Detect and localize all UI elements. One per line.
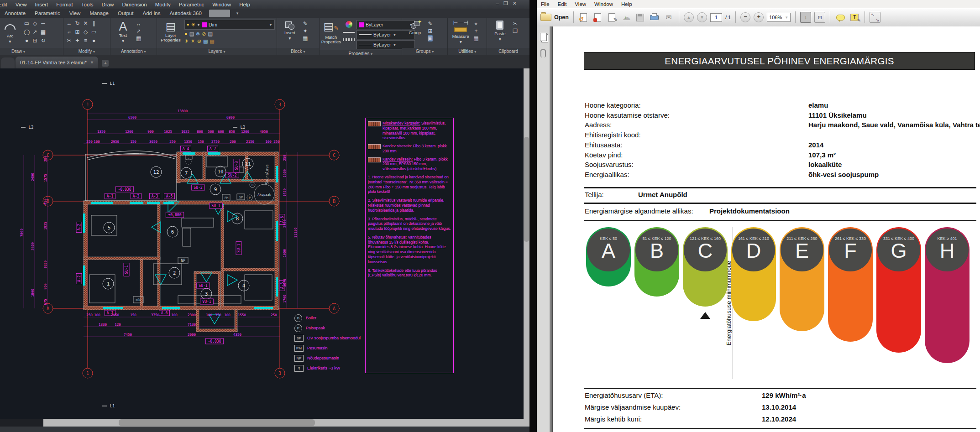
sign-button[interactable]: ✎ bbox=[607, 12, 618, 23]
menu-item-tools[interactable]: Tools bbox=[77, 1, 98, 8]
scale-icon[interactable]: ▭ bbox=[90, 28, 98, 36]
table-icon[interactable]: ▦ bbox=[136, 35, 141, 42]
cloud-upload-button[interactable]: ☁↑ bbox=[621, 12, 632, 23]
array-icon[interactable]: ⊞ bbox=[73, 28, 81, 36]
restore-icon[interactable]: ❐ bbox=[503, 0, 508, 6]
ribbon-tab-manage[interactable]: Manage bbox=[85, 10, 113, 17]
drawing-canvas[interactable]: 1133CCBBAA127101195681234A-4A-7A-1A-3A-3… bbox=[0, 68, 529, 427]
calculator-icon[interactable]: ▦ bbox=[473, 35, 478, 42]
ribbon-tab-add-ins[interactable]: Add-ins bbox=[138, 10, 165, 17]
menu-item-help[interactable]: Help bbox=[235, 1, 254, 8]
export-pdf-button[interactable]: ↺ bbox=[578, 12, 589, 23]
page-thumbnails-icon[interactable] bbox=[540, 33, 547, 41]
layer-freeze-icon[interactable]: ❄ bbox=[196, 31, 200, 37]
layer-state-icon[interactable]: ▤ bbox=[210, 38, 214, 44]
explode-icon[interactable]: ✦ bbox=[73, 37, 81, 45]
save-button[interactable] bbox=[635, 12, 646, 23]
panel-label-groups[interactable]: Groups ▾ bbox=[402, 48, 448, 55]
highlight-button[interactable]: T✎ bbox=[849, 12, 860, 23]
create-pdf-button[interactable] bbox=[592, 12, 603, 23]
menu-item-modify[interactable]: Modify bbox=[151, 1, 175, 8]
ellipse-icon[interactable]: ◯ bbox=[23, 28, 31, 36]
fullscreen-button[interactable]: ↖↘ bbox=[870, 12, 880, 23]
ribbon-tab-annotate[interactable]: Annotate bbox=[0, 10, 30, 17]
pdf-menu-help[interactable]: Help bbox=[617, 1, 636, 7]
previous-page-button[interactable]: ▲ bbox=[684, 12, 694, 22]
leader-icon[interactable]: ↗ bbox=[136, 28, 141, 34]
linetype-icon[interactable] bbox=[343, 38, 355, 41]
color-wheel-icon[interactable] bbox=[346, 21, 352, 28]
menu-item-parametric[interactable]: Parametric bbox=[175, 1, 209, 8]
rotate-icon[interactable]: ↻ bbox=[73, 20, 81, 27]
layer-on-icon[interactable]: ☀ bbox=[184, 38, 189, 44]
ribbon-tab-autodesk-360[interactable]: Autodesk 360 bbox=[165, 10, 206, 17]
ribbon-display-icon[interactable] bbox=[209, 10, 230, 17]
group-edit-icon[interactable]: ⊞ bbox=[428, 28, 433, 34]
layer-select[interactable]: ● ☀ ● Dim ▼ bbox=[184, 20, 275, 30]
menu-item-draw[interactable]: Draw bbox=[98, 1, 118, 8]
panel-label-annotation[interactable]: Annotation ▾ bbox=[110, 48, 157, 55]
group-button[interactable]: ✦ Group bbox=[404, 20, 426, 35]
stretch-icon[interactable]: ≡ bbox=[82, 37, 89, 45]
layer-off-icon[interactable]: ● bbox=[184, 31, 188, 37]
group-select-icon[interactable]: ▣ bbox=[428, 35, 433, 42]
line-icon[interactable]: ─ bbox=[39, 20, 47, 27]
helix-icon[interactable]: ↻ bbox=[39, 37, 47, 45]
ungroup-icon[interactable]: ✎ bbox=[428, 21, 433, 27]
menu-item-format[interactable]: Format bbox=[52, 1, 77, 8]
panel-label-block[interactable]: Block ▾ bbox=[277, 48, 319, 55]
print-button[interactable] bbox=[649, 12, 660, 23]
offset-icon[interactable]: ◇ bbox=[82, 28, 89, 36]
copy-icon[interactable]: ❐ bbox=[513, 28, 518, 34]
block-create-icon[interactable]: ✦ bbox=[303, 28, 308, 34]
panel-label-properties[interactable]: Properties ▾ bbox=[320, 50, 402, 55]
zoom-in-button[interactable]: + bbox=[754, 12, 764, 22]
spline-icon[interactable]: ↗ bbox=[31, 28, 39, 36]
panel-label-draw[interactable]: Draw ▾ bbox=[0, 48, 63, 55]
erase-icon[interactable]: ✂ bbox=[65, 37, 73, 45]
panel-label-utilities[interactable]: Utilities ▾ bbox=[448, 48, 487, 55]
layer-match-icon[interactable]: ▤ bbox=[208, 31, 212, 37]
mirror-icon[interactable]: ∥ bbox=[90, 20, 98, 27]
drawing-tab[interactable]: 01-14-EP Vahtra tee 3 elamu* ✕ bbox=[16, 57, 98, 68]
menu-item-insert[interactable]: Insert bbox=[31, 1, 52, 8]
insert-button[interactable]: Insert▾ bbox=[279, 20, 301, 41]
join-icon[interactable]: ● bbox=[90, 37, 98, 45]
horizontal-scrollbar[interactable] bbox=[43, 419, 529, 427]
zoom-level-select[interactable]: 106%▼ bbox=[767, 13, 791, 22]
arc-button[interactable]: Arc▾ bbox=[0, 20, 21, 44]
region-icon[interactable]: ⊞ bbox=[31, 37, 39, 45]
lineweight-icon[interactable] bbox=[343, 32, 355, 33]
measure-button[interactable]: ⊢—⊣ Measure▾ bbox=[450, 20, 472, 45]
cut-icon[interactable]: ✂ bbox=[513, 21, 518, 27]
dimension-icon[interactable]: ↔ bbox=[136, 21, 141, 27]
paste-button[interactable]: Paste▾ bbox=[489, 20, 511, 42]
panel-label-layers[interactable]: Layers ▾ bbox=[157, 48, 277, 55]
text-button[interactable]: AText▾ bbox=[112, 20, 134, 44]
layer-properties-button[interactable]: ▤Layer Properties bbox=[159, 20, 183, 43]
attachments-icon[interactable] bbox=[540, 49, 546, 57]
block-edit-icon[interactable]: ✎ bbox=[303, 21, 308, 27]
zoom-out-button[interactable]: − bbox=[740, 12, 750, 22]
fit-page-button[interactable]: ⊡ bbox=[814, 12, 825, 23]
ribbon-tab-view[interactable]: View bbox=[65, 10, 85, 17]
move-icon[interactable]: ↔ bbox=[65, 20, 73, 27]
next-page-button[interactable]: ▼ bbox=[697, 12, 707, 22]
layer-lock-icon[interactable]: ⊘ bbox=[202, 31, 206, 37]
menu-item-view[interactable]: View bbox=[11, 1, 31, 8]
match-properties-button[interactable]: ▤✎Match Properties bbox=[321, 20, 341, 45]
polygon-icon[interactable]: ◇ bbox=[31, 20, 39, 27]
trim-icon[interactable]: ✕ bbox=[82, 20, 89, 27]
new-tab-button[interactable]: + bbox=[102, 60, 109, 67]
layer-isolate-icon[interactable]: ▤ bbox=[189, 31, 194, 37]
open-button[interactable]: Open bbox=[540, 14, 569, 21]
layer-prev-icon[interactable]: ▤ bbox=[203, 38, 208, 44]
fit-width-button[interactable]: ↕ bbox=[800, 12, 811, 23]
pdf-menu-window[interactable]: Window bbox=[590, 1, 617, 7]
layer-unlock-icon[interactable]: ⊘ bbox=[197, 38, 201, 44]
panel-label-clipboard[interactable]: Clipboard bbox=[487, 48, 529, 55]
hatch-icon[interactable]: ▦ bbox=[39, 28, 47, 36]
menu-item-dimension[interactable]: Dimension bbox=[118, 1, 151, 8]
point-icon[interactable]: ● bbox=[23, 37, 31, 45]
menu-item-edit[interactable]: Edit bbox=[0, 1, 11, 8]
